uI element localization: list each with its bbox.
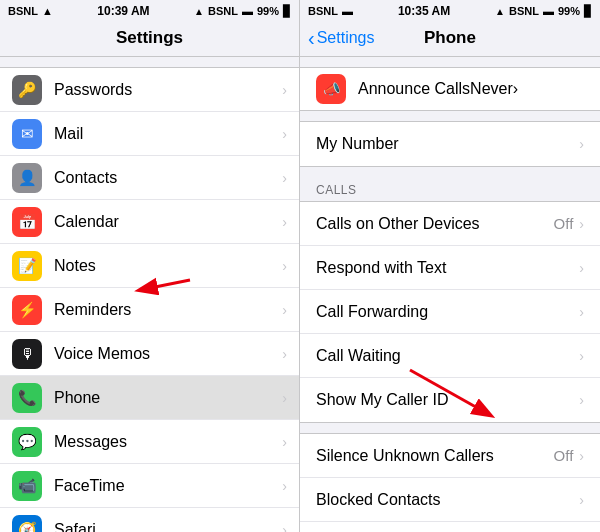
- right-status-bar: BSNL ▬ 10:35 AM ▲ BSNL ▬ 99% ▊: [300, 0, 600, 22]
- icon-notes: 📝: [12, 251, 42, 281]
- right-nav-bar: ‹ Settings Phone: [300, 22, 600, 57]
- left-item-notes[interactable]: 📝 Notes ›: [0, 244, 299, 288]
- label-call-forwarding: Call Forwarding: [316, 303, 579, 321]
- right-status-right: ▲ BSNL ▬ 99% ▊: [495, 5, 592, 18]
- chevron-passwords: ›: [282, 82, 287, 98]
- label-call-waiting: Call Waiting: [316, 347, 579, 365]
- left-item-reminders[interactable]: ⚡ Reminders ›: [0, 288, 299, 332]
- label-messages: Messages: [54, 433, 282, 451]
- left-item-messages[interactable]: 💬 Messages ›: [0, 420, 299, 464]
- back-button[interactable]: ‹ Settings: [308, 27, 374, 50]
- left-item-phone[interactable]: 📞 Phone ›: [0, 376, 299, 420]
- chevron-blocked-contacts: ›: [579, 492, 584, 508]
- signal2-left: ▬: [242, 5, 253, 17]
- my-number-label: My Number: [316, 135, 579, 153]
- icon-contacts: 👤: [12, 163, 42, 193]
- label-reminders: Reminders: [54, 301, 282, 319]
- chevron-facetime: ›: [282, 478, 287, 494]
- calls-section: CALLS Calls on Other Devices Off › Respo…: [300, 177, 600, 423]
- left-nav-bar: Settings: [0, 22, 299, 57]
- icon-passwords: 🔑: [12, 75, 42, 105]
- left-item-passwords[interactable]: 🔑 Passwords ›: [0, 68, 299, 112]
- left-status-bar: BSNL ▲ 10:39 AM ▲ BSNL ▬ 99% ▊: [0, 0, 299, 22]
- time-right: 10:35 AM: [398, 4, 450, 18]
- signal-right: ▬: [342, 5, 353, 17]
- left-item-mail[interactable]: ✉ Mail ›: [0, 112, 299, 156]
- left-status-right: ▲ BSNL ▬ 99% ▊: [194, 5, 291, 18]
- calls-item-call-forwarding[interactable]: Call Forwarding ›: [300, 290, 600, 334]
- left-settings-list: 🔑 Passwords › ✉ Mail › 👤 Contacts › 📅 Ca…: [0, 67, 299, 532]
- back-label[interactable]: Settings: [317, 29, 375, 47]
- wifi-icon: ▲: [42, 5, 53, 17]
- label-blocked-contacts: Blocked Contacts: [316, 491, 579, 509]
- label-mail: Mail: [54, 125, 282, 143]
- back-chevron: ‹: [308, 27, 315, 50]
- left-item-contacts[interactable]: 👤 Contacts ›: [0, 156, 299, 200]
- calls-item-calls-other-devices[interactable]: Calls on Other Devices Off ›: [300, 202, 600, 246]
- silence-item-blocked-contacts[interactable]: Blocked Contacts ›: [300, 478, 600, 522]
- battery-right: 99%: [558, 5, 580, 17]
- right-title: Phone: [424, 28, 476, 48]
- my-number-chevron: ›: [579, 136, 584, 152]
- chevron-calendar: ›: [282, 214, 287, 230]
- label-safari: Safari: [54, 521, 282, 533]
- calls-section-header: CALLS: [300, 177, 600, 201]
- carrier2-left: BSNL: [208, 5, 238, 17]
- label-silence-unknown: Silence Unknown Callers: [316, 447, 554, 465]
- chevron-safari: ›: [282, 522, 287, 533]
- value-silence-unknown: Off: [554, 447, 574, 464]
- icon-voice-memos: 🎙: [12, 339, 42, 369]
- silence-section: Silence Unknown Callers Off › Blocked Co…: [300, 433, 600, 532]
- icon-reminders: ⚡: [12, 295, 42, 325]
- left-scroll-content[interactable]: 🔑 Passwords › ✉ Mail › 👤 Contacts › 📅 Ca…: [0, 57, 299, 532]
- calls-item-call-waiting[interactable]: Call Waiting ›: [300, 334, 600, 378]
- right-scroll-content[interactable]: 📣 Announce Calls Never › My Number › CAL…: [300, 57, 600, 532]
- chevron-voice-memos: ›: [282, 346, 287, 362]
- icon-messages: 💬: [12, 427, 42, 457]
- silence-item-sms-reporting[interactable]: SMS/Call Reporting ›: [300, 522, 600, 532]
- my-number-section: My Number ›: [300, 121, 600, 167]
- announce-calls-item[interactable]: 📣 Announce Calls Never ›: [300, 67, 600, 111]
- battery-icon-left: ▊: [283, 5, 291, 18]
- icon-facetime: 📹: [12, 471, 42, 501]
- announce-calls-label: Announce Calls: [358, 80, 470, 98]
- label-voice-memos: Voice Memos: [54, 345, 282, 363]
- label-passwords: Passwords: [54, 81, 282, 99]
- left-status-left: BSNL ▲: [8, 5, 53, 17]
- icon-phone: 📞: [12, 383, 42, 413]
- chevron-phone: ›: [282, 390, 287, 406]
- my-number-item[interactable]: My Number ›: [300, 122, 600, 166]
- label-notes: Notes: [54, 257, 282, 275]
- location-icon-left: ▲: [194, 6, 204, 17]
- chevron-show-caller-id: ›: [579, 392, 584, 408]
- chevron-messages: ›: [282, 434, 287, 450]
- right-status-left: BSNL ▬: [308, 5, 353, 17]
- label-calls-other-devices: Calls on Other Devices: [316, 215, 554, 233]
- left-item-facetime[interactable]: 📹 FaceTime ›: [0, 464, 299, 508]
- label-show-caller-id: Show My Caller ID: [316, 391, 579, 409]
- carrier-right: BSNL: [308, 5, 338, 17]
- left-item-calendar[interactable]: 📅 Calendar ›: [0, 200, 299, 244]
- label-phone: Phone: [54, 389, 282, 407]
- label-calendar: Calendar: [54, 213, 282, 231]
- chevron-call-waiting: ›: [579, 348, 584, 364]
- chevron-respond-with-text: ›: [579, 260, 584, 276]
- left-item-safari[interactable]: 🧭 Safari ›: [0, 508, 299, 532]
- right-panel: BSNL ▬ 10:35 AM ▲ BSNL ▬ 99% ▊ ‹ Setting…: [300, 0, 600, 532]
- signal2-right: ▬: [543, 5, 554, 17]
- battery-icon-right: ▊: [584, 5, 592, 18]
- calls-item-respond-with-text[interactable]: Respond with Text ›: [300, 246, 600, 290]
- chevron-calls-other-devices: ›: [579, 216, 584, 232]
- left-panel: BSNL ▲ 10:39 AM ▲ BSNL ▬ 99% ▊ Settings …: [0, 0, 300, 532]
- time-left: 10:39 AM: [97, 4, 149, 18]
- calls-item-show-caller-id[interactable]: Show My Caller ID ›: [300, 378, 600, 422]
- left-title: Settings: [116, 28, 183, 47]
- label-respond-with-text: Respond with Text: [316, 259, 579, 277]
- carrier-left: BSNL: [8, 5, 38, 17]
- announce-icon: 📣: [316, 74, 346, 104]
- chevron-call-forwarding: ›: [579, 304, 584, 320]
- silence-item-silence-unknown[interactable]: Silence Unknown Callers Off ›: [300, 434, 600, 478]
- left-item-voice-memos[interactable]: 🎙 Voice Memos ›: [0, 332, 299, 376]
- chevron-contacts: ›: [282, 170, 287, 186]
- chevron-notes: ›: [282, 258, 287, 274]
